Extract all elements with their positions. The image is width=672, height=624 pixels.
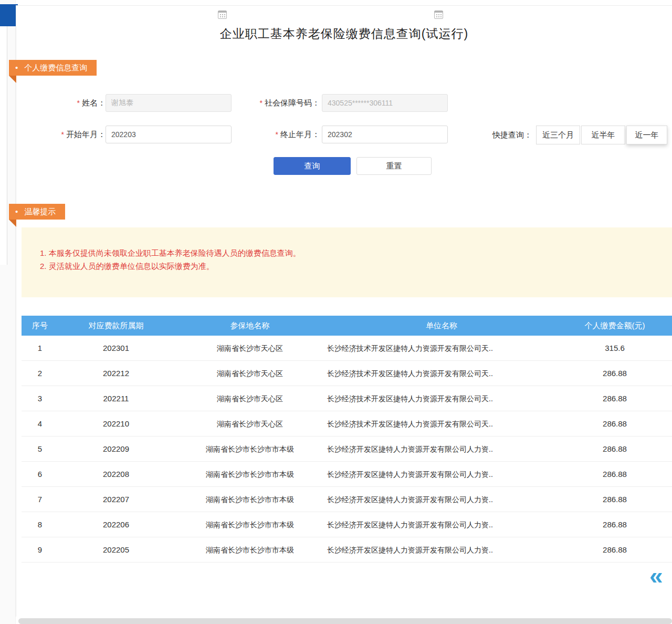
- col-header-amount: 个人缴费金额(元): [557, 316, 672, 336]
- bullet-icon: •: [15, 204, 18, 220]
- cell: 长沙经济开发区捷特人力资源开发有限公司人力资..: [326, 487, 557, 512]
- cell: 202207: [58, 487, 174, 512]
- cell: 202208: [58, 462, 174, 486]
- cell: 湖南省长沙市天心区: [174, 361, 326, 386]
- tips-box: 1. 本服务仅提供尚未领取企业职工基本养老保险待遇人员的缴费信息查询。 2. 灵…: [22, 227, 672, 297]
- table-row: 8202206湖南省长沙市长沙市市本级长沙经济开发区捷特人力资源开发有限公司人力…: [22, 512, 672, 537]
- table-row: 1202301湖南省长沙市天心区长沙经济技术开发区捷特人力资源开发有限公司天..…: [22, 336, 672, 361]
- tip-line-1: 1. 本服务仅提供尚未领取企业职工基本养老保险待遇人员的缴费信息查询。: [40, 246, 662, 259]
- cell: 长沙经济开发区捷特人力资源开发有限公司人力资..: [326, 462, 557, 486]
- start-month-input[interactable]: [106, 126, 232, 143]
- cell: 湖南省长沙市长沙市市本级: [174, 487, 326, 512]
- left-rail: [0, 0, 16, 624]
- table-row: 9202205湖南省长沙市长沙市市本级长沙经济开发区捷特人力资源开发有限公司人力…: [22, 537, 672, 563]
- section-badge-label: 个人缴费信息查询: [24, 63, 87, 72]
- table-row: 6202208湖南省长沙市长沙市市本级长沙经济开发区捷特人力资源开发有限公司人力…: [22, 462, 672, 487]
- collapse-chevron-icon[interactable]: «: [649, 564, 663, 588]
- reset-button[interactable]: 重置: [356, 157, 432, 175]
- cell: 湖南省长沙市长沙市市本级: [174, 436, 326, 461]
- quick-query-group: 近三个月 近半年 近一年: [536, 126, 667, 144]
- ssn-label: *社会保障号码：: [230, 94, 320, 112]
- required-asterisk: *: [276, 130, 278, 139]
- cell: 202206: [58, 512, 174, 537]
- required-asterisk: *: [61, 130, 64, 139]
- cell: 286.88: [557, 386, 672, 411]
- name-label: *姓名：: [40, 94, 106, 112]
- cell: 9: [22, 537, 58, 562]
- page-title: 企业职工基本养老保险缴费信息查询(试运行): [16, 26, 672, 42]
- cell: 湖南省长沙市长沙市市本级: [174, 462, 326, 486]
- cell: 3: [22, 386, 58, 411]
- cell: 202301: [58, 336, 174, 360]
- table-row: 7202207湖南省长沙市长沙市市本级长沙经济开发区捷特人力资源开发有限公司人力…: [22, 487, 672, 512]
- table-row: 3202211湖南省长沙市天心区长沙经济技术开发区捷特人力资源开发有限公司天..…: [22, 386, 672, 411]
- cell: 315.6: [557, 336, 672, 360]
- cell: 202211: [58, 386, 174, 411]
- cell: 长沙经济技术开发区捷特人力资源开发有限公司天..: [326, 361, 557, 386]
- table-row: 2202212湖南省长沙市天心区长沙经济技术开发区捷特人力资源开发有限公司天..…: [22, 361, 672, 386]
- start-month-label: *开始年月：: [40, 126, 106, 143]
- cell: 长沙经济技术开发区捷特人力资源开发有限公司天..: [326, 336, 557, 360]
- section-badge-personal-query: •个人缴费信息查询: [9, 60, 97, 76]
- cell: 286.88: [557, 361, 672, 386]
- cell: 202212: [58, 361, 174, 386]
- cell: 8: [22, 512, 58, 537]
- query-button[interactable]: 查询: [274, 157, 351, 175]
- cell: 4: [22, 411, 58, 436]
- col-header-seq: 序号: [22, 316, 58, 336]
- tip-line-2: 2. 灵活就业人员的缴费单位信息以实际缴费为准。: [40, 259, 662, 273]
- quick-option-3months[interactable]: 近三个月: [536, 126, 580, 144]
- col-header-period: 对应费款所属期: [58, 316, 174, 336]
- cell: 2: [22, 361, 58, 386]
- section-badge-tips: •温馨提示: [9, 204, 65, 220]
- cell: 湖南省长沙市天心区: [174, 336, 326, 360]
- bullet-icon: •: [15, 60, 18, 76]
- quick-option-halfyear[interactable]: 近半年: [581, 126, 625, 144]
- required-asterisk: *: [77, 99, 80, 107]
- main-panel: 企业职工基本养老保险缴费信息查询(试运行) •个人缴费信息查询 *姓名： *社会…: [16, 5, 672, 617]
- collapsed-sidebar-edge: [0, 24, 7, 265]
- cell: 湖南省长沙市天心区: [174, 386, 326, 411]
- cell: 6: [22, 462, 58, 486]
- horizontal-scrollbar[interactable]: [18, 618, 672, 624]
- cell: 202209: [58, 436, 174, 461]
- cell: 1: [22, 336, 58, 360]
- col-header-employer: 单位名称: [326, 316, 557, 336]
- table-body: 1202301湖南省长沙市天心区长沙经济技术开发区捷特人力资源开发有限公司天..…: [22, 336, 672, 563]
- calendar-icon[interactable]: [218, 11, 227, 19]
- end-month-label: *终止年月：: [230, 126, 320, 143]
- cell: 长沙经济开发区捷特人力资源开发有限公司人力资..: [326, 436, 557, 461]
- cell: 286.88: [557, 462, 672, 486]
- calendar-icon[interactable]: [434, 11, 443, 19]
- end-month-input[interactable]: [322, 126, 448, 143]
- cell: 286.88: [557, 512, 672, 537]
- table-row: 4202210湖南省长沙市天心区长沙经济技术开发区捷特人力资源开发有限公司天..…: [22, 411, 672, 436]
- corner-blue-block: [0, 4, 18, 26]
- cell: 5: [22, 436, 58, 461]
- cell: 湖南省长沙市长沙市市本级: [174, 512, 326, 537]
- cell: 286.88: [557, 487, 672, 512]
- table-row: 5202209湖南省长沙市长沙市市本级长沙经济开发区捷特人力资源开发有限公司人力…: [22, 436, 672, 462]
- cell: 长沙经济技术开发区捷特人力资源开发有限公司天..: [326, 386, 557, 411]
- cell: 湖南省长沙市天心区: [174, 411, 326, 436]
- cell: 202205: [58, 537, 174, 562]
- cell: 长沙经济开发区捷特人力资源开发有限公司人力资..: [326, 537, 557, 562]
- col-header-place: 参保地名称: [174, 316, 326, 336]
- section-badge-label: 温馨提示: [24, 207, 56, 216]
- quick-query-label: 快捷查询：: [488, 126, 532, 144]
- cell: 286.88: [557, 411, 672, 436]
- cell: 286.88: [557, 436, 672, 461]
- cell: 286.88: [557, 537, 672, 562]
- name-input[interactable]: [106, 94, 232, 112]
- cell: 7: [22, 487, 58, 512]
- ssn-input[interactable]: [322, 94, 448, 112]
- payment-table: 序号 对应费款所属期 参保地名称 单位名称 个人缴费金额(元) 1202301湖…: [22, 316, 672, 563]
- cell: 长沙经济技术开发区捷特人力资源开发有限公司天..: [326, 411, 557, 436]
- required-asterisk: *: [260, 99, 262, 107]
- quick-option-1year[interactable]: 近一年: [626, 126, 667, 144]
- cell: 202210: [58, 411, 174, 436]
- cell: 湖南省长沙市长沙市市本级: [174, 537, 326, 562]
- table-header: 序号 对应费款所属期 参保地名称 单位名称 个人缴费金额(元): [22, 316, 672, 336]
- cell: 长沙经济开发区捷特人力资源开发有限公司人力资..: [326, 512, 557, 537]
